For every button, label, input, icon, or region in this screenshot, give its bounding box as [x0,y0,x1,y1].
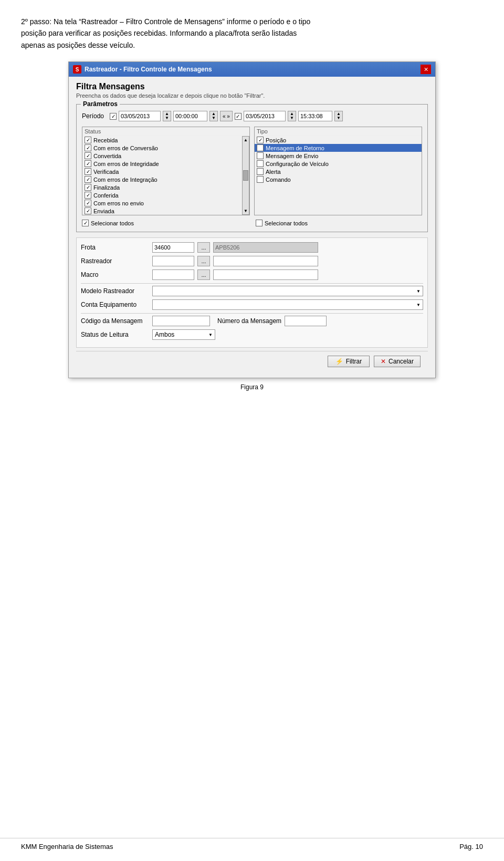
tipo-item-2[interactable]: Mensagem de Envio [255,152,422,160]
status-cb-4[interactable] [85,168,91,175]
tipo-item-5[interactable]: Comando [255,175,422,183]
select-todos-status[interactable]: Selecionar todos [82,220,248,226]
tipo-label-4: Alerta [266,169,281,175]
time-end-input[interactable] [298,111,332,121]
macro-input[interactable] [152,269,194,280]
select-todos-tipo-cb[interactable] [256,220,262,226]
tipo-cb-2[interactable] [257,152,264,159]
numero-mensagem-input[interactable] [285,316,327,326]
numero-mensagem-label: Número da Mensagem [217,317,281,325]
selecionar-row: Selecionar todos Selecionar todos [82,220,422,226]
intro-line1: 2º passo: Na tela “Rastreador – Filtro C… [21,17,310,26]
status-leitura-dropdown[interactable]: Ambos ▼ [152,329,215,340]
nav-button[interactable]: « » [220,111,233,121]
dialog-footer: ⚡ Filtrar ✕ Cancelar [76,351,428,371]
dropdown-arrow-conta: ▼ [416,303,421,307]
status-cb-5[interactable] [85,176,91,183]
tipo-label-1: Mensagem de Retorno [266,145,324,151]
period-end-checkbox[interactable] [235,113,242,120]
frota-dots-button[interactable]: ... [197,242,210,253]
footer-company: KMM Engenharia de Sistemas [21,843,113,850]
conta-equipamento-dropdown[interactable]: ▼ [152,299,423,310]
status-item-9[interactable]: Enviada [82,207,242,215]
tipo-cb-3[interactable] [257,160,264,167]
period-checkbox[interactable] [110,113,117,120]
status-item-6[interactable]: Finalizada [82,183,242,191]
status-item-1[interactable]: Com erros de Conversão [82,144,242,152]
codigo-numero-row: Código da Mensagem Número da Mensagem [81,316,423,326]
rastreador-label: Rastreador [81,257,149,265]
rastreador-detail-input[interactable] [213,256,318,266]
form-fields: Frota ... Rastreador ... Macro [76,237,428,348]
cancelar-icon: ✕ [381,358,386,365]
status-scrollbar[interactable]: ▲ ▼ [242,136,249,215]
dropdown-arrow-modelo: ▼ [416,289,421,294]
status-item-2[interactable]: Convertida [82,152,242,160]
date-end-spin[interactable]: ▲▼ [288,111,296,121]
select-todos-status-label: Selecionar todos [91,220,134,226]
parametros-group: Parâmetros Período ▲▼ ▲▼ « » [76,104,428,232]
tipo-cb-1[interactable] [257,144,264,151]
status-cb-2[interactable] [85,152,91,159]
tipo-label: Tipo [255,127,422,136]
conta-equipamento-label: Conta Equipamento [81,301,149,308]
figura-label: Figura 9 [240,383,264,391]
time-end-spin[interactable]: ▲▼ [334,111,343,121]
codigo-mensagem-input[interactable] [152,316,210,326]
status-item-3[interactable]: Com erros de Integridade [82,160,242,168]
frota-row: Frota ... [81,242,423,253]
status-cb-9[interactable] [85,208,91,214]
rastreador-dots-button[interactable]: ... [197,256,210,266]
intro-line2: posição para verificar as posições receb… [21,29,297,37]
modelo-rastreador-dropdown[interactable]: ▼ [152,286,423,296]
select-todos-tipo[interactable]: Selecionar todos [250,220,422,226]
cancelar-button[interactable]: ✕ Cancelar [374,356,421,367]
status-cb-1[interactable] [85,144,91,151]
tipo-cb-0[interactable] [257,137,264,143]
status-label-4: Verificada [93,169,119,175]
tipo-item-0[interactable]: Posição [255,136,422,144]
tipo-item-4[interactable]: Alerta [255,168,422,175]
status-item-7[interactable]: Conferida [82,191,242,199]
macro-dots-button[interactable]: ... [197,269,210,280]
status-item-5[interactable]: Com erros de Integração [82,175,242,183]
date-start-spin[interactable]: ▲▼ [163,111,171,121]
dialog-body: Filtra Mensagens Preencha os dados que d… [69,77,435,378]
time-start-spin[interactable]: ▲▼ [209,111,218,121]
macro-detail-input[interactable] [213,269,318,280]
titlebar-left: S Rastreador - Filtro Controle de Mensag… [73,65,212,74]
tipo-item-1[interactable]: Mensagem de Retorno [255,144,422,152]
scroll-down-icon[interactable]: ▼ [244,209,248,213]
status-leitura-value: Ambos [155,331,174,338]
tipo-item-3[interactable]: Configuração de Veículo [255,160,422,168]
status-item-0[interactable]: Recebida [82,136,242,144]
status-item-8[interactable]: Com erros no envio [82,199,242,207]
status-label-8: Com erros no envio [93,200,144,206]
date-start-input[interactable] [119,111,161,121]
status-cb-6[interactable] [85,184,91,191]
select-todos-status-cb[interactable] [82,220,89,226]
status-cb-0[interactable] [85,137,91,143]
close-button[interactable]: ✕ [421,65,431,74]
status-label-7: Conferida [93,192,119,199]
filtrar-icon: ⚡ [335,358,343,365]
dialog-titlebar: S Rastreador - Filtro Controle de Mensag… [69,62,435,77]
status-label: Status [82,127,249,136]
rastreador-input[interactable] [152,256,194,266]
filtrar-button[interactable]: ⚡ Filtrar [328,356,370,367]
scroll-up-icon[interactable]: ▲ [244,138,248,142]
frota-input[interactable] [152,242,194,253]
status-cb-7[interactable] [85,192,91,199]
tipo-cb-4[interactable] [257,168,264,175]
time-start-input[interactable] [173,111,207,121]
filtrar-label: Filtrar [346,358,362,365]
date-end-input[interactable] [244,111,286,121]
status-item-4[interactable]: Verificada [82,168,242,175]
frota-placa-input [213,242,318,253]
dialog-heading: Filtra Mensagens [76,82,428,91]
tipo-cb-5[interactable] [257,176,264,183]
dialog-window: S Rastreador - Filtro Controle de Mensag… [68,61,436,378]
status-cb-8[interactable] [85,200,91,206]
status-label-1: Com erros de Conversão [93,145,158,151]
status-cb-3[interactable] [85,160,91,167]
